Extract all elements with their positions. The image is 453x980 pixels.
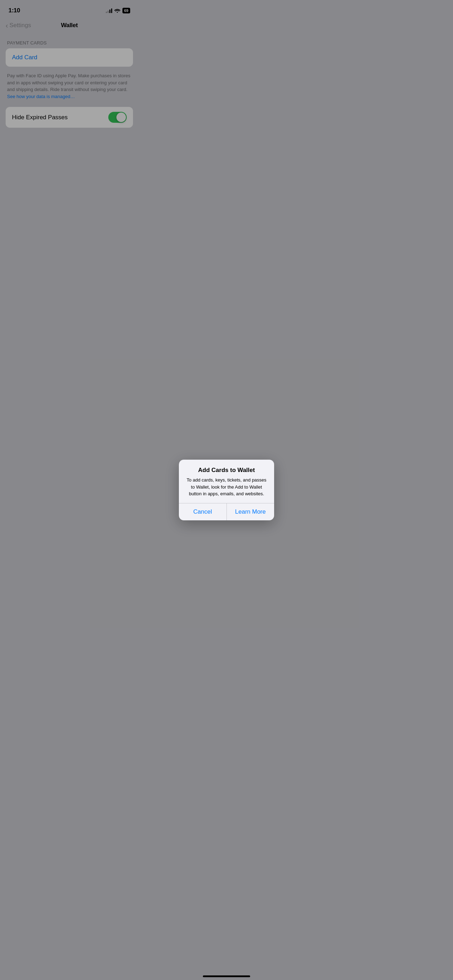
- dialog-overlay: Add Cards to Wallet To add cards, keys, …: [0, 0, 139, 301]
